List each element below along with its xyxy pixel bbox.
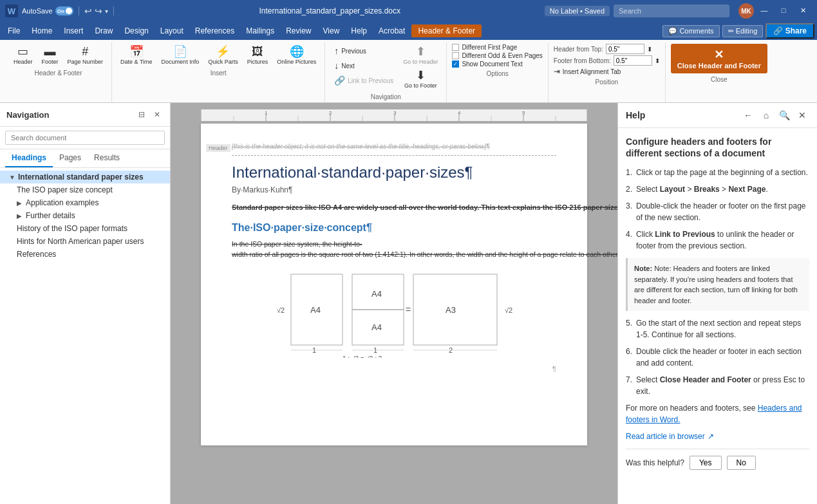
autosave-toggle[interactable]: On <box>55 6 73 15</box>
headers-footers-link[interactable]: Headers and footers in Word. <box>626 404 802 424</box>
read-article-link[interactable]: Read article in browser ↗ <box>626 431 809 442</box>
goto-footer-button[interactable]: ⬇ Go to Footer <box>400 68 441 91</box>
goto-header-button[interactable]: ⬆ Go to Header <box>400 44 441 67</box>
page-number-button[interactable]: # Page Number <box>64 44 107 67</box>
paper-size-diagram: √2 A4 A4 A4 = A3 √2 1 1 2 1 : √2 = √2 : … <box>259 268 529 358</box>
ruler: 1 2 3 4 5 <box>201 109 587 121</box>
alignment-tab-icon: ⇥ <box>554 67 560 76</box>
redo-button[interactable]: ↪ <box>95 6 102 16</box>
menu-view[interactable]: View <box>318 24 345 37</box>
menu-draw[interactable]: Draw <box>89 24 118 37</box>
tree-item-2[interactable]: ▶ Application examples <box>0 196 170 209</box>
step-num-5: 5. <box>626 317 632 341</box>
save-label: No Label • Saved <box>545 6 610 16</box>
nav-close-button[interactable]: ✕ <box>151 108 164 121</box>
menu-references[interactable]: References <box>190 24 239 37</box>
footer-bottom-spinner[interactable]: ⬍ <box>655 57 660 64</box>
footer-button[interactable]: ▬ Footer <box>39 44 62 67</box>
header-text: [this·is·the·header·object;·it·is·not·on… <box>232 143 556 150</box>
menu-right-controls: 💬 Comments ✏ Editing 🔗 Share <box>662 23 814 39</box>
tree-item-5[interactable]: Hints for North American paper users <box>0 235 170 248</box>
different-odd-checkbox[interactable] <box>452 52 459 59</box>
user-avatar: MK <box>738 3 754 19</box>
menu-file[interactable]: File <box>3 24 25 37</box>
nav-tab-results[interactable]: Results <box>88 149 126 167</box>
nav-panel-header: Navigation ⊟ ✕ <box>0 103 170 127</box>
opt-different-odd[interactable]: Different Odd & Even Pages <box>452 52 542 59</box>
tree-item-3[interactable]: ▶ Further details <box>0 209 170 222</box>
opt-show-text[interactable]: ✓ Show Document Text <box>452 61 542 68</box>
nav-search-input[interactable] <box>5 131 165 145</box>
quick-parts-icon: ⚡ <box>216 46 230 57</box>
menu-insert[interactable]: Insert <box>59 24 88 37</box>
no-button[interactable]: No <box>727 456 756 470</box>
pictures-button[interactable]: 🖼 Pictures <box>244 44 272 67</box>
header-button[interactable]: ▭ Header <box>10 44 36 67</box>
menu-review[interactable]: Review <box>281 24 316 37</box>
nav-panel-controls: ⊟ ✕ <box>135 108 164 121</box>
close-button[interactable]: ✕ <box>794 3 812 17</box>
title-search-input[interactable] <box>614 5 729 17</box>
minimize-button[interactable]: — <box>755 3 773 17</box>
document-page: Header [this·is·the·header·object;·it·is… <box>201 124 587 445</box>
yes-button[interactable]: Yes <box>690 456 722 470</box>
previous-button[interactable]: ↑ Previous <box>330 44 397 58</box>
menu-header-footer[interactable]: Header & Footer <box>411 24 482 37</box>
menu-design[interactable]: Design <box>119 24 153 37</box>
header-zone[interactable]: Header [this·is·the·header·object;·it·is… <box>232 143 556 156</box>
quick-parts-button[interactable]: ⚡ Quick Parts <box>205 44 241 67</box>
insert-alignment-row[interactable]: ⇥ Insert Alignment Tab <box>554 67 660 76</box>
tree-item-4[interactable]: History of the ISO paper formats <box>0 222 170 235</box>
close-hf-button[interactable]: ✕ Close Header and Footer <box>671 44 767 73</box>
different-first-checkbox[interactable] <box>452 44 459 51</box>
header-top-spinner[interactable]: ⬍ <box>647 46 652 53</box>
undo-button[interactable]: ↩ <box>84 6 92 16</box>
help-note-box: Note: Note: Headers and footers are link… <box>626 258 809 311</box>
ribbon-group-hf: ▭ Header ▬ Footer # Page Number Header &… <box>5 42 112 102</box>
help-article-title: Configure headers and footers for differ… <box>626 136 809 159</box>
nav-col-right: ⬆ Go to Header ⬇ Go to Footer <box>400 44 441 91</box>
page-number-icon: # <box>82 46 88 57</box>
title-bar: W AutoSave On ↩ ↪ ▾ International_standa… <box>0 0 817 22</box>
help-search-button[interactable]: 🔍 <box>777 108 791 122</box>
tree-item-0[interactable]: ▼ International standard paper sizes <box>0 171 170 183</box>
hf-group-label: Header & Footer <box>10 68 106 79</box>
customize-btn[interactable]: ▾ <box>105 8 108 15</box>
menu-help[interactable]: Help <box>346 24 372 37</box>
svg-text:=: = <box>406 304 411 315</box>
step-num-3: 3. <box>626 200 632 223</box>
maximize-button[interactable]: □ <box>775 3 793 17</box>
step-text-5: Go the start of the next section and rep… <box>636 317 809 341</box>
help-home-button[interactable]: ⌂ <box>759 108 773 122</box>
help-title: Help <box>626 110 645 120</box>
tree-arrow-3: ▶ <box>17 212 23 219</box>
show-text-checkbox[interactable]: ✓ <box>452 61 459 68</box>
nav-tab-pages[interactable]: Pages <box>53 149 88 167</box>
link-to-previous-button[interactable]: 🔗 Link to Previous <box>330 73 397 88</box>
menu-home[interactable]: Home <box>26 24 57 37</box>
step-text-3: Double-click the header or footer on the… <box>636 200 809 223</box>
pilcrow-marker: ¶ <box>232 364 556 373</box>
ribbon-group-close: ✕ Close Header and Footer Close <box>666 42 773 102</box>
opt-different-first[interactable]: Different First Page <box>452 44 542 51</box>
editing-button[interactable]: ✏ Editing <box>722 25 764 37</box>
online-pictures-button[interactable]: 🌐 Online Pictures <box>274 44 319 67</box>
menu-layout[interactable]: Layout <box>155 24 189 37</box>
next-button[interactable]: ↓ Next <box>330 59 397 73</box>
menu-mailings[interactable]: Mailings <box>241 24 279 37</box>
help-close-button[interactable]: ✕ <box>795 108 809 122</box>
help-back-button[interactable]: ← <box>741 108 755 122</box>
tree-item-1[interactable]: The ISO paper size concept <box>0 183 170 196</box>
footer-from-bottom-input[interactable] <box>614 55 652 66</box>
nav-collapse-button[interactable]: ⊟ <box>135 108 148 121</box>
nav-panel-title: Navigation <box>6 110 49 120</box>
tree-item-6[interactable]: References <box>0 248 170 261</box>
header-from-top-input[interactable] <box>606 44 644 54</box>
share-button[interactable]: 🔗 Share <box>765 23 814 39</box>
menu-acrobat[interactable]: Acrobat <box>373 24 410 37</box>
doc-info-button[interactable]: 📄 Document Info <box>158 44 203 67</box>
comments-button[interactable]: 💬 Comments <box>662 25 719 37</box>
close-hf-label: Close Header and Footer <box>677 62 761 70</box>
nav-tab-headings[interactable]: Headings <box>5 149 53 167</box>
date-time-button[interactable]: 📅 Date & Time <box>117 44 156 67</box>
